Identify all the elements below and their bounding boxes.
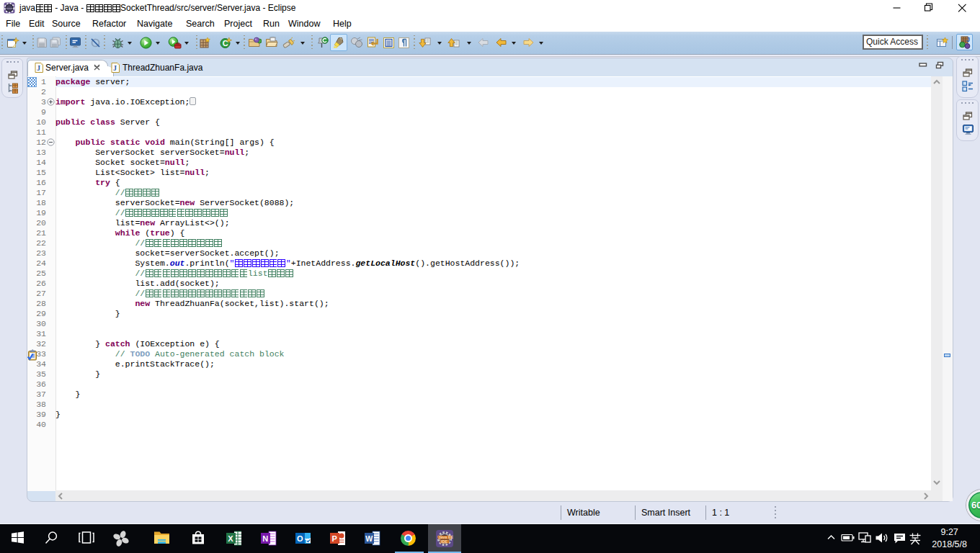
svg-text:J: J <box>966 36 970 43</box>
svg-text:X: X <box>228 534 233 543</box>
svg-text:J: J <box>37 64 40 72</box>
svg-text:W: W <box>365 534 373 543</box>
svg-text:P: P <box>331 534 337 543</box>
svg-text:O: O <box>297 534 303 543</box>
svg-text:N: N <box>262 534 268 543</box>
svg-text:J: J <box>113 64 117 72</box>
svg-text:IDE: IDE <box>441 539 448 544</box>
